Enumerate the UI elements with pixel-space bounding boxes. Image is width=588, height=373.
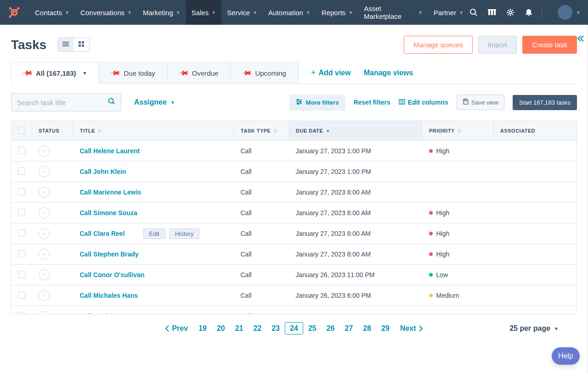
reset-filters-button[interactable]: Reset filters bbox=[354, 99, 390, 106]
next-page-button[interactable]: Next bbox=[396, 323, 427, 334]
task-title-link[interactable]: Call José Lopez bbox=[80, 312, 129, 314]
task-type-cell: Call bbox=[234, 285, 289, 306]
task-title-link[interactable]: Call Conor O'sullivan bbox=[80, 271, 145, 278]
page-24[interactable]: 24 bbox=[285, 322, 303, 334]
nav-item-asset-marketplace[interactable]: Asset Marketplace▼ bbox=[358, 0, 428, 25]
status-toggle[interactable]: ✓ bbox=[39, 145, 50, 156]
page-21[interactable]: 21 bbox=[230, 322, 249, 334]
column-header-title[interactable]: TITLE⇅ bbox=[74, 121, 234, 141]
column-header-associated[interactable]: ASSOCIATED bbox=[494, 121, 577, 141]
tab-due[interactable]: 📌Due today bbox=[99, 62, 167, 84]
pagination: Prev 1920212223242526272829 Next 25 per … bbox=[11, 314, 577, 343]
page-29[interactable]: 29 bbox=[376, 322, 395, 334]
nav-item-contacts[interactable]: Contacts▼ bbox=[29, 0, 75, 25]
task-title-link[interactable]: Call Simone Souza bbox=[80, 209, 137, 217]
due-date-cell: January 27, 2023 8:00 AM bbox=[289, 223, 423, 244]
filter-icon bbox=[296, 99, 302, 106]
priority-cell: High bbox=[429, 230, 487, 237]
search-input[interactable] bbox=[17, 99, 108, 106]
status-toggle[interactable]: ✓ bbox=[39, 249, 50, 260]
column-header-status[interactable]: STATUS bbox=[32, 121, 74, 141]
hubspot-logo[interactable] bbox=[7, 6, 21, 19]
page-19[interactable]: 19 bbox=[193, 322, 212, 334]
page-22[interactable]: 22 bbox=[249, 322, 267, 334]
page-28[interactable]: 28 bbox=[358, 322, 376, 334]
nav-item-sales[interactable]: Sales▼ bbox=[186, 0, 221, 25]
task-title-link[interactable]: Call Michales Hans bbox=[80, 292, 138, 299]
row-checkbox[interactable] bbox=[18, 271, 25, 278]
task-title-link[interactable]: Call John Klein bbox=[80, 168, 126, 175]
gear-icon[interactable] bbox=[506, 8, 515, 17]
status-toggle[interactable]: ✓ bbox=[39, 269, 50, 280]
bell-icon[interactable] bbox=[524, 8, 533, 17]
save-view-button[interactable]: Save view bbox=[457, 95, 504, 110]
row-checkbox[interactable] bbox=[18, 147, 25, 154]
account-chevron-icon[interactable]: ▼ bbox=[576, 10, 581, 15]
row-checkbox[interactable] bbox=[18, 229, 25, 237]
page-25[interactable]: 25 bbox=[303, 322, 322, 334]
row-checkbox[interactable] bbox=[18, 250, 25, 257]
create-task-button[interactable]: Create task bbox=[522, 36, 577, 54]
task-type-cell: Call bbox=[234, 306, 289, 314]
page-27[interactable]: 27 bbox=[340, 322, 358, 334]
status-toggle[interactable]: ✓ bbox=[39, 290, 50, 301]
per-page-dropdown[interactable]: 25 per page ▼ bbox=[509, 324, 559, 333]
pin-icon: 📌 bbox=[22, 67, 34, 79]
status-toggle[interactable]: ✓ bbox=[39, 187, 50, 198]
due-date-cell: January 27, 2023 1:00 PM bbox=[289, 161, 423, 182]
row-checkbox[interactable] bbox=[18, 167, 25, 175]
marketplace-icon[interactable] bbox=[487, 8, 497, 17]
nav-item-service[interactable]: Service▼ bbox=[221, 0, 263, 25]
add-view-button[interactable]: +Add view bbox=[311, 68, 351, 78]
nav-item-partner[interactable]: Partner▼ bbox=[428, 0, 469, 25]
edit-columns-button[interactable]: Edit columns bbox=[399, 99, 448, 106]
manage-queues-button[interactable]: Manage queues bbox=[404, 36, 473, 54]
task-title-link[interactable]: Call Clara Reel bbox=[80, 230, 125, 237]
nav-item-automation[interactable]: Automation▼ bbox=[263, 0, 316, 25]
history-row-button[interactable]: History bbox=[169, 228, 199, 239]
page-23[interactable]: 23 bbox=[266, 322, 285, 334]
nav-item-reports[interactable]: Reports▼ bbox=[316, 0, 358, 25]
row-checkbox[interactable] bbox=[18, 209, 25, 216]
table-row: ✓ Call Michales Hans Call January 26, 20… bbox=[11, 285, 577, 306]
status-toggle[interactable]: ✓ bbox=[39, 311, 50, 314]
more-filters-button[interactable]: More filters bbox=[289, 95, 345, 111]
task-title-link[interactable]: Call Stephen Brady bbox=[80, 251, 139, 258]
tab-upcoming[interactable]: 📌Upcoming bbox=[230, 62, 299, 84]
collapse-sidebar-icon[interactable] bbox=[571, 30, 588, 49]
svg-rect-12 bbox=[488, 9, 496, 11]
row-checkbox[interactable] bbox=[18, 312, 25, 314]
nav-item-conversations[interactable]: Conversations▼ bbox=[75, 0, 137, 25]
status-toggle[interactable]: ✓ bbox=[39, 207, 50, 218]
prev-page-button[interactable]: Prev bbox=[161, 323, 192, 334]
column-header-task-type[interactable]: TASK TYPE⇅ bbox=[234, 121, 289, 141]
avatar[interactable] bbox=[558, 5, 572, 20]
search-icon[interactable] bbox=[108, 98, 115, 107]
column-header-priority[interactable]: PRIORITY⇅ bbox=[423, 121, 494, 141]
task-title-link[interactable]: Call Helene Laurent bbox=[80, 147, 140, 155]
status-toggle[interactable]: ✓ bbox=[39, 166, 50, 177]
status-toggle[interactable]: ✓ bbox=[39, 228, 50, 239]
tab-overdue[interactable]: 📌Overdue bbox=[167, 62, 231, 84]
assignee-dropdown[interactable]: Assignee ▼ bbox=[134, 98, 175, 106]
grid-view-button[interactable] bbox=[74, 38, 89, 51]
manage-views-button[interactable]: Manage views bbox=[364, 69, 413, 77]
select-all-checkbox[interactable] bbox=[18, 127, 25, 134]
import-button[interactable]: Import bbox=[478, 36, 517, 54]
task-type-cell: Call bbox=[234, 244, 289, 265]
row-checkbox[interactable] bbox=[18, 291, 25, 299]
page-20[interactable]: 20 bbox=[212, 322, 230, 334]
tab-all[interactable]: 📌All (167,183)▼ bbox=[11, 62, 99, 84]
top-navigation: Contacts▼Conversations▼Marketing▼Sales▼S… bbox=[0, 0, 588, 25]
priority-dot-icon bbox=[429, 294, 433, 297]
page-26[interactable]: 26 bbox=[322, 322, 340, 334]
column-header-due-date[interactable]: DUE DATE▼ bbox=[289, 121, 423, 141]
start-tasks-button[interactable]: Start 167,183 tasks bbox=[513, 95, 577, 110]
nav-item-marketing[interactable]: Marketing▼ bbox=[137, 0, 186, 25]
search-icon[interactable] bbox=[469, 8, 478, 17]
row-checkbox[interactable] bbox=[18, 188, 25, 195]
help-button[interactable]: Help bbox=[552, 347, 580, 365]
list-view-button[interactable] bbox=[58, 38, 74, 51]
task-title-link[interactable]: Call Marienne Lewis bbox=[80, 189, 141, 196]
edit-row-button[interactable]: Edit bbox=[143, 228, 165, 239]
